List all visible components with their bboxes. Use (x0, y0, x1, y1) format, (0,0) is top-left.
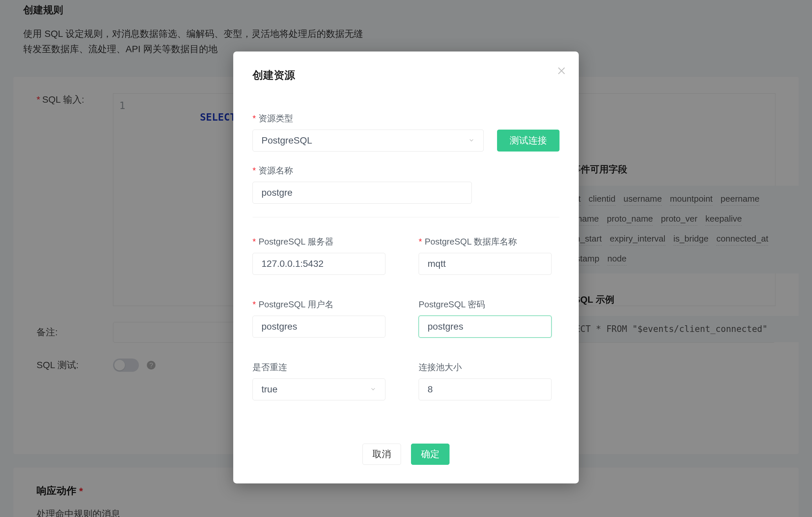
username-input[interactable]: postgres (253, 316, 385, 338)
pool-size-label: 连接池大小 (418, 362, 552, 373)
cancel-button[interactable]: 取消 (362, 443, 401, 465)
resource-name-label: *资源名称 (253, 165, 559, 176)
server-input[interactable]: 127.0.0.1:5432 (253, 253, 385, 275)
test-connection-button[interactable]: 测试连接 (497, 130, 559, 151)
modal-title: 创建资源 (253, 68, 559, 83)
resource-type-label: *资源类型 (253, 113, 559, 124)
dbname-input[interactable]: mqtt (418, 253, 552, 275)
resource-name-input[interactable]: postgre (253, 182, 472, 204)
chevron-down-icon (468, 135, 475, 146)
reconnect-label: 是否重连 (253, 362, 385, 373)
resource-type-select[interactable]: PostgreSQL (253, 130, 484, 151)
confirm-button[interactable]: 确定 (411, 443, 450, 465)
server-label: *PostgreSQL 服务器 (253, 236, 385, 248)
username-label: *PostgreSQL 用户名 (253, 299, 385, 310)
dbname-label: *PostgreSQL 数据库名称 (418, 236, 552, 248)
password-input[interactable]: postgres (418, 316, 552, 338)
create-resource-modal: 创建资源 *资源类型 PostgreSQL 测试连接 *资源名称 postg (233, 52, 579, 483)
pool-size-input[interactable]: 8 (418, 378, 552, 400)
divider (253, 217, 559, 217)
chevron-down-icon (370, 384, 376, 395)
password-label: PostgreSQL 密码 (418, 299, 552, 310)
reconnect-select[interactable]: true (253, 378, 385, 400)
close-icon[interactable] (556, 65, 567, 76)
